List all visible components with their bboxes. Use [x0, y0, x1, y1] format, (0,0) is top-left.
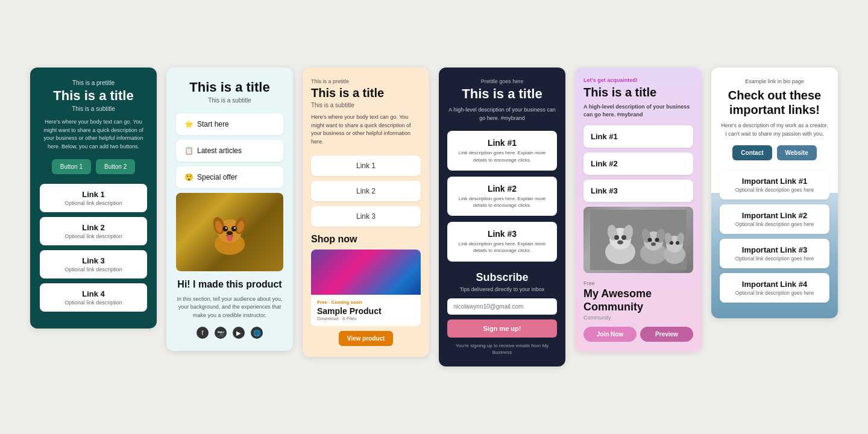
card-3: This is a pretitle This is a title This …	[303, 68, 429, 357]
card4-link3-desc: Link description goes here. Explain more…	[454, 241, 550, 254]
card4-sign-btn[interactable]: Sign me up!	[447, 319, 557, 338]
dog-svg	[203, 205, 257, 259]
card3-product-card[interactable]: Free · Coming soon Sample Product Downlo…	[311, 250, 421, 326]
svg-point-18	[621, 235, 626, 240]
card3-body: Here's where your body text can go. You …	[311, 113, 421, 146]
card1-link4-title: Link 4	[47, 289, 140, 298]
card4-email-input[interactable]	[447, 298, 557, 315]
card6-link-4[interactable]: Important Link #4 Optional link descript…	[720, 273, 829, 303]
card5-pretitle: Let's get acquainted!	[583, 77, 693, 83]
svg-point-19	[617, 241, 623, 245]
youtube-icon[interactable]: ▶	[233, 327, 245, 339]
card4-subscribe-sub: Tips delivered directly to your inbox	[447, 286, 557, 292]
card3-product-sub: Download · 6 Files	[317, 316, 415, 321]
svg-point-10	[227, 231, 233, 236]
facebook-icon[interactable]: f	[197, 327, 209, 339]
card2-title: This is a title	[176, 80, 283, 95]
card1-link-2[interactable]: Link 2 Optional link description	[40, 217, 147, 245]
card1-link4-desc: Optional link description	[47, 300, 140, 306]
card1-link3-desc: Optional link description	[47, 266, 140, 272]
card5-community: Free My Awesome Community Community Join…	[583, 280, 693, 342]
card-2: This is a title This is a subtitle ⭐ Sta…	[166, 68, 293, 351]
card4-link2-desc: Link description goes here. Explain more…	[454, 195, 550, 209]
card4-link1-title: Link #1	[454, 138, 550, 148]
card6-link-2[interactable]: Important Link #2 Optional link descript…	[720, 204, 829, 234]
card1-link-3[interactable]: Link 3 Optional link description	[40, 250, 147, 278]
card4-subscribe: Subscribe Tips delivered directly to you…	[447, 271, 557, 356]
card2-menu-1[interactable]: ⭐ Start here	[176, 113, 283, 135]
card2-menu1-emoji: ⭐	[184, 120, 193, 128]
svg-point-26	[651, 242, 656, 246]
card6-link2-desc: Optional link description goes here	[727, 221, 822, 227]
svg-point-8	[225, 227, 227, 229]
card6-link3-title: Important Link #3	[727, 245, 822, 254]
card2-menu2-label: Latest articles	[197, 146, 242, 155]
card5-link-1[interactable]: Link #1	[583, 125, 693, 148]
card6-link1-title: Important Link #1	[727, 177, 822, 186]
card5-community-title: My Awesome Community	[583, 288, 693, 313]
card2-dog-image	[176, 193, 283, 271]
card1-link-1[interactable]: Link 1 Optional link description	[40, 184, 147, 212]
card5-join-btn[interactable]: Join Now	[583, 327, 637, 342]
card5-link1-title: Link #1	[591, 132, 686, 141]
svg-point-17	[614, 235, 619, 240]
card1-title: This is a title	[40, 89, 147, 103]
card3-view-btn[interactable]: View product	[339, 331, 394, 346]
card-4: Pretitle goes here This is a title A hig…	[439, 68, 565, 366]
globe-icon[interactable]: 🌐	[251, 327, 263, 339]
card-1: This is a pretitle This is a title This …	[30, 68, 157, 329]
card6-pretitle: Example link in bio page	[720, 78, 829, 84]
card1-link-4[interactable]: Link 4 Optional link description	[40, 283, 147, 312]
card4-link2-title: Link #2	[454, 184, 550, 193]
svg-point-24	[648, 238, 652, 242]
card6-website-btn[interactable]: Website	[777, 145, 817, 160]
card3-link-3[interactable]: Link 3	[311, 206, 421, 227]
card2-product-title: Hi! I made this product	[176, 278, 283, 290]
card2-menu-3[interactable]: 😲 Special offer	[176, 166, 283, 188]
card5-btn-row: Join Now Preview	[583, 327, 693, 342]
card5-free-badge: Free	[583, 280, 693, 286]
card4-link-3[interactable]: Link #3 Link description goes here. Expl…	[447, 222, 557, 261]
card1-link1-title: Link 1	[47, 190, 140, 199]
puppies-svg	[590, 210, 687, 270]
svg-point-25	[655, 238, 659, 242]
card6-link-3[interactable]: Important Link #3 Optional link descript…	[720, 239, 829, 268]
card4-link-1[interactable]: Link #1 Link description goes here. Expl…	[447, 131, 557, 170]
svg-point-32	[676, 241, 679, 245]
card6-link1-desc: Optional link description goes here	[727, 187, 822, 193]
card5-link3-title: Link #3	[591, 186, 686, 195]
card5-body: A high-level description of your busines…	[583, 103, 693, 118]
card2-menu3-label: Special offer	[197, 173, 237, 181]
card5-preview-btn[interactable]: Preview	[640, 327, 693, 342]
card3-product-image	[311, 250, 421, 295]
card2-menu1-label: Start here	[197, 120, 229, 128]
card4-link-2[interactable]: Link #2 Link description goes here. Expl…	[447, 177, 557, 216]
card6-link2-title: Important Link #2	[727, 211, 822, 220]
card6-contact-btn[interactable]: Contact	[732, 145, 772, 160]
card1-btn2[interactable]: Button 2	[96, 159, 135, 174]
card3-pretitle: This is a pretitle	[311, 78, 421, 84]
card3-product-badge: Free · Coming soon	[317, 300, 415, 305]
card5-title: This is a title	[583, 86, 693, 99]
card3-title: This is a title	[311, 86, 421, 100]
card5-link-2[interactable]: Link #2	[583, 153, 693, 175]
card1-btn1[interactable]: Button 1	[52, 159, 91, 174]
card5-link-3[interactable]: Link #3	[583, 180, 693, 202]
card2-menu-2[interactable]: 📋 Latest articles	[176, 140, 283, 162]
card-6: Example link in bio page Check out these…	[711, 68, 838, 318]
card5-puppies-image	[583, 207, 693, 273]
card2-menu3-emoji: 😲	[184, 173, 193, 181]
svg-point-7	[231, 226, 237, 231]
card3-link-1[interactable]: Link 1	[311, 156, 421, 176]
card1-body: Here's where your body text can go. You …	[40, 118, 147, 151]
svg-point-9	[234, 227, 236, 229]
card3-shop-section: Shop now Free · Coming soon Sample Produ…	[311, 234, 421, 346]
card4-title: This is a title	[447, 86, 557, 101]
card6-link-1[interactable]: Important Link #1 Optional link descript…	[720, 170, 829, 200]
card1-link3-title: Link 3	[47, 256, 140, 265]
card3-link-2[interactable]: Link 2	[311, 181, 421, 201]
card1-link2-desc: Optional link description	[47, 233, 140, 239]
instagram-icon[interactable]: 📷	[215, 327, 227, 339]
card4-consent: You're signing up to receive emails from…	[447, 342, 557, 356]
card4-body: A high-level description of your busines…	[447, 106, 557, 122]
